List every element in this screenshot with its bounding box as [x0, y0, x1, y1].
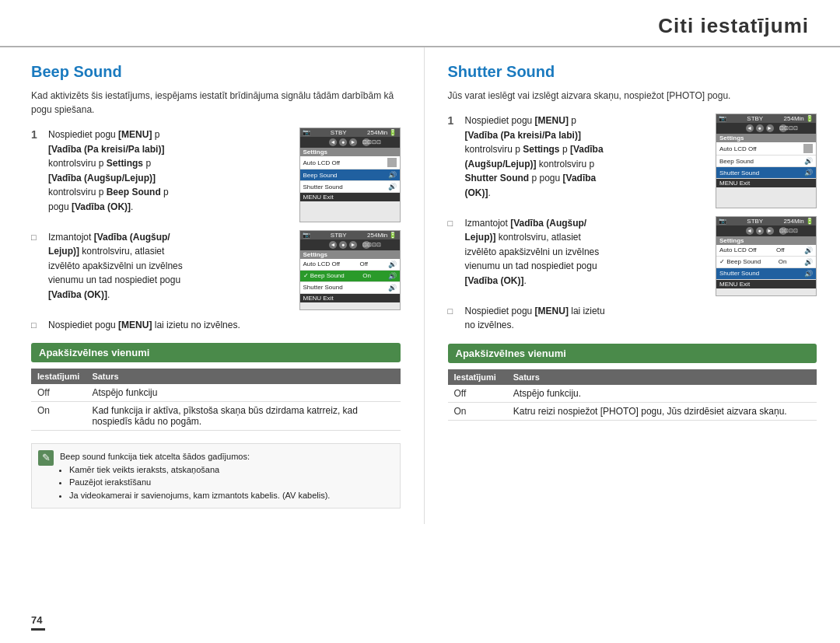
snav-center: ● [756, 124, 764, 132]
shutter-battery-2: 254Min 🔋 [784, 218, 814, 225]
s2-item-icon-1: 🔊 [804, 246, 813, 254]
shutter-bullet-2: □ [448, 306, 460, 316]
snav-center-2: ● [756, 227, 764, 235]
shutter-beep-2: ✓ Beep Sound On 🔊 [716, 257, 816, 268]
shutter-step2-description: Izmantojot [Vadība (Augšup/Lejup)] kontr… [465, 216, 710, 288]
beep-step2-text: □ Izmantojot [Vadība (Augšup/Lejup)] kon… [31, 230, 293, 310]
item-icon-shutter-2: 🔊 [388, 284, 397, 292]
shutter-step-number-1: 1 [448, 114, 460, 127]
shutter-step1-description: Nospiediet pogu [MENU] p [Vadība (Pa kre… [465, 114, 710, 201]
s-item-icon-1 [803, 144, 813, 153]
s-item-name-3: Shutter Sound [719, 169, 759, 176]
shutter-step1: 1 Nospiediet pogu [MENU] p [Vadība (Pa k… [448, 114, 817, 208]
s2-item-icon-2: 🔊 [804, 258, 813, 266]
menu-item-beep-2: ✓ Beep Sound On 🔊 [300, 271, 400, 282]
shutter-col-setting: Iestatījumi [448, 369, 507, 385]
snav-left: ◄ [746, 124, 754, 132]
shutter-cam-icon-2: 📷 [719, 218, 726, 225]
shutter-step3: □ Nospiediet pogu [MENU] lai izietuno iz… [448, 304, 817, 333]
snav-left-2: ◄ [746, 227, 754, 235]
shutter-menu-bar-1: 📷 STBY 254Min 🔋 [716, 114, 816, 123]
menu-body-2: Settings Auto LCD Off Off 🔊 ✓ Beep Sound… [300, 250, 400, 294]
shutter-menu-nav-1: ◄ ● ► ⊡⊡⊡⊡ [716, 123, 816, 134]
shutter-step2: □ Izmantojot [Vadība (Augšup/Lejup)] kon… [448, 216, 817, 296]
item-name: Shutter Sound [303, 183, 343, 190]
menu-item-shutter-2: Shutter Sound 🔊 [300, 282, 400, 294]
beep-note: ✎ Beep sound funkcija tiek atcelta šādos… [31, 443, 401, 508]
beep-on-desc: Kad funkcija ir aktīva, pīkstoša skaņa b… [86, 402, 400, 431]
shutter-off-desc: Atspējo funkciju. [507, 385, 817, 403]
nav-center-2: ● [339, 241, 347, 249]
shutter-menu-screenshot-1: 📷 STBY 254Min 🔋 ◄ ● ► ⊡⊡⊡⊡ Settings Auto… [716, 114, 817, 208]
menu-nav: ◄ ● ► ⊡⊡⊡⊡ [300, 137, 400, 148]
beep-menu-screenshot-1: 📷 STBY 254Min 🔋 ◄ ● ► ⊡⊡⊡⊡ Settings Auto… [299, 128, 401, 222]
nav-icons: ⊡⊡⊡⊡ [362, 138, 370, 146]
shutter-off-setting: Off [448, 385, 507, 403]
shutter-status: STBY [747, 115, 763, 122]
menu-footer: MENU Exit [300, 193, 400, 201]
shutter-battery: 254Min 🔋 [784, 115, 814, 122]
beep-step1-text: 1 Nospiediet pogu [MENU] p [Vadība (Pa k… [31, 128, 293, 222]
snav-icons: ⊡⊡⊡⊡ [779, 124, 787, 132]
beep-on-setting: On [31, 402, 86, 431]
item-name-2: Auto LCD Off [303, 260, 340, 267]
s-item-name-2: Beep Sound [719, 158, 754, 165]
status-stby: STBY [331, 129, 347, 136]
shutter-submenu-title: Apakšizvēlnes vienumi [448, 344, 817, 363]
nav-left-2: ◄ [329, 241, 337, 249]
nav-right-2: ► [349, 241, 357, 249]
s2-item-value-2: On [779, 258, 787, 265]
cam-icon: 📷 [303, 129, 310, 136]
item-value-2: Off [359, 260, 368, 267]
shutter-menu-label-2: Settings [716, 236, 816, 245]
shutter-on-setting: On [448, 402, 507, 420]
note-item-2: Pauzējot ierakstīšanu [69, 476, 330, 489]
beep-col-setting: Iestatījumi [31, 369, 86, 384]
menu-bar: 📷 STBY 254Min 🔋 [300, 128, 400, 137]
menu-label: Settings [300, 148, 400, 156]
nav-icons-2: ⊡⊡⊡⊡ [362, 241, 370, 249]
beep-row-off: Off Atspējo funkciju [31, 384, 401, 402]
shutter-sound-intro: Jūs varat ieslēgt vai izslēgt aizvara sk… [448, 89, 817, 103]
cam-icon-2: 📷 [303, 232, 310, 239]
shutter-sound-title: Shutter Sound [448, 63, 817, 81]
shutter-item-2: Shutter Sound 🔊 [716, 268, 816, 280]
battery-info-2: 254Min 🔋 [367, 232, 397, 239]
shutter-cam-icon: 📷 [719, 115, 726, 122]
beep-row-on: On Kad funkcija ir aktīva, pīkstoša skaņ… [31, 402, 401, 431]
shutter-autolcd-1: Auto LCD Off [716, 142, 816, 156]
shutter-step1-content: 1 Nospiediet pogu [MENU] p [Vadība (Pa k… [448, 114, 710, 201]
s-item-icon-3: 🔊 [804, 169, 813, 176]
shutter-status-2: STBY [747, 218, 763, 225]
menu-label-2: Settings [300, 250, 400, 259]
item-icon [387, 158, 397, 167]
note-list: Kamēr tiek veikts ieraksts, atskaņošana … [69, 463, 330, 502]
beep-off-setting: Off [31, 384, 86, 402]
battery-info: 254Min 🔋 [367, 129, 397, 136]
shutter-footer-1: MENU Exit [716, 179, 816, 187]
item-name-beep-2: ✓ Beep Sound [303, 272, 345, 279]
item-name: Beep Sound [303, 172, 338, 179]
shutter-step1-text: 1 Nospiediet pogu [MENU] p [Vadība (Pa k… [448, 114, 710, 208]
beep-step1-description: Nospiediet pogu [MENU] p [Vadība (Pa kre… [48, 128, 293, 215]
menu-nav-2: ◄ ● ► ⊡⊡⊡⊡ [300, 239, 400, 250]
beep-step3: □ Nospiediet pogu [MENU] lai izietu no i… [31, 318, 401, 333]
menu-bar-2: 📷 STBY 254Min 🔋 [300, 231, 400, 239]
s2-item-value-1: Off [776, 246, 785, 253]
item-icon: 🔊 [388, 171, 397, 179]
shutter-row-off: Off Atspējo funkciju. [448, 385, 817, 403]
s-item-name-1: Auto LCD Off [719, 145, 756, 152]
menu-item-beep: Beep Sound 🔊 [300, 169, 400, 181]
s2-item-icon-3: 🔊 [804, 270, 813, 278]
page-num-bar [31, 628, 45, 631]
s2-item-name-2: ✓ Beep Sound [719, 258, 761, 265]
menu-item-shutter: Shutter Sound 🔊 [300, 181, 400, 193]
s2-item-name-3: Shutter Sound [719, 270, 759, 277]
note-icon: ✎ [38, 450, 54, 466]
nav-center: ● [339, 138, 347, 146]
shutter-menu-body-1: Settings Auto LCD Off Beep Sound 🔊 Shutt… [716, 134, 816, 179]
item-name-shutter-2: Shutter Sound [303, 284, 343, 291]
item-value-beep-2: On [362, 272, 371, 279]
shutter-menu-bar-2: 📷 STBY 254Min 🔋 [716, 217, 816, 225]
beep-menu-screenshot-2: 📷 STBY 254Min 🔋 ◄ ● ► ⊡⊡⊡⊡ Settings Auto… [299, 230, 401, 310]
